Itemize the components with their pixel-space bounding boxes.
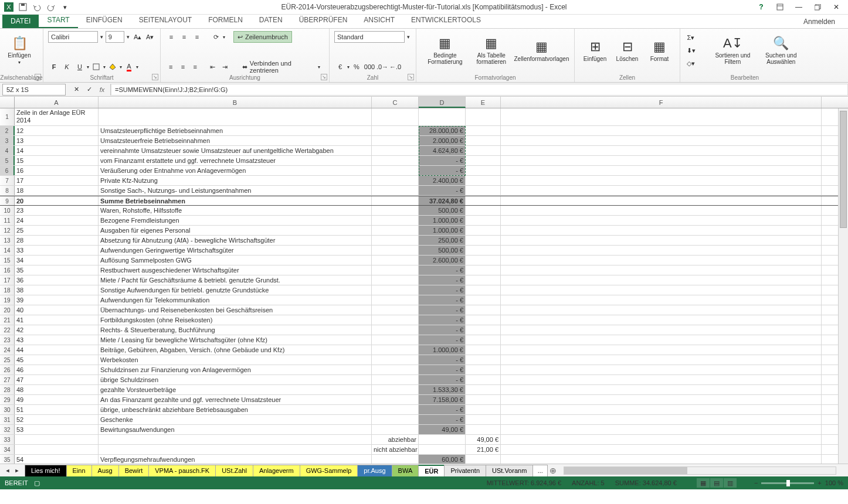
row-header[interactable]: 13 — [0, 236, 15, 245]
enter-formula-icon[interactable]: ✓ — [83, 84, 95, 96]
cell[interactable]: 4.624,80 € — [419, 146, 466, 155]
cell[interactable]: 49 — [15, 395, 99, 404]
cell[interactable]: - € — [419, 186, 466, 195]
cell[interactable] — [501, 256, 822, 265]
cell[interactable]: 14 — [15, 146, 99, 155]
select-all-corner[interactable] — [0, 97, 15, 108]
autosum-icon[interactable]: Σ▾ — [685, 32, 697, 43]
cancel-formula-icon[interactable]: ✕ — [70, 84, 82, 96]
sheet-tab[interactable]: Privatentn — [444, 465, 486, 476]
zoom-in-icon[interactable]: + — [818, 479, 821, 486]
cell[interactable]: Absetzung für Abnutzung (AfA) - beweglic… — [99, 236, 372, 245]
cell[interactable]: Schuldzinsen zur Finanzierung von Anlage… — [99, 365, 372, 374]
cell[interactable]: übrige Schuldzinsen — [99, 375, 372, 384]
cell[interactable]: Verpflegungsmehraufwendungen — [99, 455, 372, 464]
cell[interactable] — [99, 435, 372, 444]
scrollbar-thumb[interactable] — [564, 467, 687, 474]
cell[interactable] — [501, 275, 822, 285]
paste-button[interactable]: 📋 Einfügen ▾ — [5, 31, 34, 70]
format-as-table-button[interactable]: ▦Als Tabelle formatieren — [470, 31, 513, 70]
row-header[interactable]: 29 — [0, 395, 15, 404]
save-icon[interactable] — [16, 1, 29, 13]
sheet-tab[interactable]: BWA — [392, 465, 419, 476]
cell[interactable] — [99, 445, 372, 454]
row-header[interactable]: 12 — [0, 226, 15, 235]
cell[interactable]: 36 — [15, 275, 99, 285]
cell[interactable] — [466, 166, 501, 175]
worksheet-grid[interactable]: ABCDEF 1Zeile in der Anlage EÜR 2014212U… — [0, 97, 848, 464]
ribbon-tab-einfügen[interactable]: EINFÜGEN — [78, 13, 131, 28]
cell[interactable]: - € — [419, 275, 466, 285]
cell[interactable] — [466, 385, 501, 394]
cell[interactable] — [466, 236, 501, 245]
cell[interactable] — [466, 355, 501, 365]
cell[interactable] — [419, 435, 466, 444]
cell[interactable]: - € — [419, 415, 466, 424]
cell[interactable]: 2.400,00 € — [419, 176, 466, 185]
row-header[interactable]: 21 — [0, 315, 15, 325]
sheet-tab[interactable]: Lies mich! — [25, 465, 67, 476]
cell[interactable]: Rechts- & Steuerberatung, Buchführung — [99, 325, 372, 335]
sheet-tab[interactable]: USt.Zahl — [215, 465, 253, 476]
cell[interactable] — [372, 415, 419, 424]
row-header[interactable]: 1 — [0, 108, 15, 125]
cell[interactable] — [501, 355, 822, 365]
row-header[interactable]: 4 — [0, 146, 15, 155]
cell[interactable]: 41 — [15, 315, 99, 325]
cell[interactable]: 35 — [15, 265, 99, 275]
cell[interactable]: Sonstige Aufwendungen für betriebl. genu… — [99, 285, 372, 295]
cell[interactable]: 60,00 € — [419, 455, 466, 464]
cell[interactable] — [501, 305, 822, 315]
cell[interactable] — [372, 108, 419, 125]
cell[interactable]: 53 — [15, 425, 99, 434]
shrink-font-icon[interactable]: A▾ — [144, 31, 155, 43]
cell[interactable] — [466, 325, 501, 335]
cell[interactable]: - € — [419, 325, 466, 335]
cell[interactable] — [466, 256, 501, 265]
accounting-format-icon[interactable]: € — [334, 61, 346, 73]
page-layout-view-icon[interactable]: ▤ — [710, 478, 723, 488]
align-top-icon[interactable]: ≡ — [165, 31, 177, 43]
cell[interactable] — [501, 405, 822, 414]
cell[interactable]: 2.000,00 € — [419, 136, 466, 145]
cell[interactable]: nicht abziehbar — [372, 445, 419, 454]
cell[interactable] — [501, 325, 822, 335]
cell[interactable]: 24 — [15, 216, 99, 225]
cell[interactable] — [466, 375, 501, 384]
cell[interactable] — [372, 126, 419, 135]
qat-customize-icon[interactable]: ▾ — [59, 1, 72, 13]
cell[interactable]: vereinnahmte Umsatzsteuer sowie Umsatzst… — [99, 146, 372, 155]
column-header-D[interactable]: D — [419, 97, 466, 108]
cell[interactable]: 48 — [15, 385, 99, 394]
cell[interactable] — [372, 176, 419, 185]
ribbon-options-icon[interactable] — [772, 1, 788, 13]
ribbon-tab-ansicht[interactable]: ANSICHT — [355, 13, 403, 28]
cell[interactable]: 51 — [15, 405, 99, 414]
cell[interactable] — [501, 415, 822, 424]
cell[interactable]: 2.600,00 € — [419, 256, 466, 265]
zoom-level[interactable]: 100 % — [825, 479, 843, 486]
decrease-decimal-icon[interactable]: ←.0 — [389, 61, 401, 73]
cell[interactable] — [372, 265, 419, 275]
cell[interactable]: 1.000,00 € — [419, 226, 466, 235]
cell[interactable]: Aufwendungen für Telekommunikation — [99, 295, 372, 305]
cell-styles-button[interactable]: ▦Zellenformatvorlagen — [514, 31, 569, 70]
cell[interactable] — [372, 345, 419, 355]
clear-icon[interactable]: ◇▾ — [685, 57, 697, 69]
align-right-icon[interactable]: ≡ — [189, 61, 201, 73]
fill-color-icon[interactable] — [107, 61, 118, 73]
cell[interactable] — [501, 395, 822, 404]
cell[interactable]: - € — [419, 365, 466, 374]
cell[interactable]: 44 — [15, 345, 99, 355]
cell[interactable] — [501, 335, 822, 345]
dialog-launcher-icon[interactable]: ↘ — [408, 74, 414, 80]
cell[interactable]: Auflösung Sammelposten GWG — [99, 256, 372, 265]
cell[interactable]: 500,00 € — [419, 246, 466, 255]
align-left-icon[interactable]: ≡ — [165, 61, 177, 73]
underline-icon[interactable]: U — [74, 61, 86, 73]
cell[interactable] — [501, 136, 822, 145]
cell[interactable]: 1.000,00 € — [419, 216, 466, 225]
row-header[interactable]: 35 — [0, 455, 15, 464]
cell[interactable] — [372, 375, 419, 384]
cell[interactable]: Beiträge, Gebühren, Abgaben, Versich. (o… — [99, 345, 372, 355]
